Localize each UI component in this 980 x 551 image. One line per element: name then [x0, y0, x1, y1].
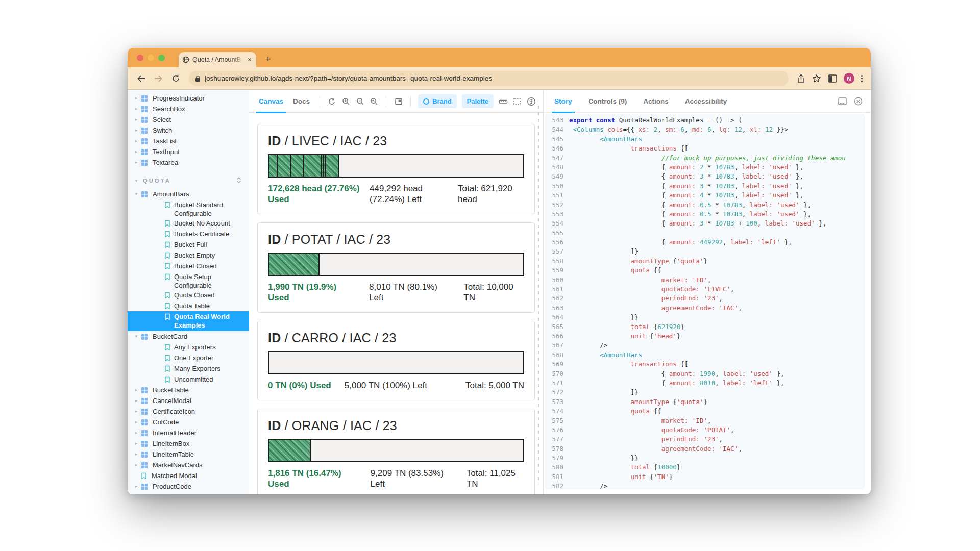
sidebar-component-marketnavcards[interactable]: ▸MarketNavCards	[128, 460, 249, 470]
caret-right-icon[interactable]: ▸	[133, 158, 140, 167]
sidebar-story-bucket-no-account[interactable]: Bucket No Account	[128, 218, 249, 229]
sidebar-component-textarea[interactable]: ▸Textarea	[128, 157, 249, 168]
caret-right-icon[interactable]: ▸	[133, 461, 140, 469]
sidebar-item-label: Select	[153, 115, 171, 124]
tab-close-icon[interactable]: ×	[247, 56, 253, 63]
outline-icon[interactable]	[512, 95, 522, 108]
zoom-window-button[interactable]	[158, 55, 165, 61]
sidebar-story-quota-closed[interactable]: Quota Closed	[128, 290, 249, 300]
sidebar-story-bucket-closed[interactable]: Bucket Closed	[128, 261, 249, 271]
sidebar-component-textinput[interactable]: ▸TextInput	[128, 146, 249, 157]
caret-right-icon[interactable]: ▸	[133, 429, 140, 437]
line-number: 553	[548, 210, 564, 219]
sidebar-component-productcode[interactable]: ▸ProductCode	[128, 481, 249, 492]
sidebar-story-quota-setup-configurable[interactable]: Quota Setup Configurable	[128, 271, 249, 290]
minimize-window-button[interactable]	[148, 55, 154, 61]
sidebar-section-header[interactable]: ▾QUOTA	[128, 176, 249, 186]
caret-right-icon[interactable]: ▸	[133, 482, 140, 491]
sidebar-story-quota-table[interactable]: Quota Table	[128, 300, 249, 311]
zoom-out-icon[interactable]	[355, 95, 365, 108]
sidebar-item-label: LineItemTable	[153, 450, 194, 459]
sidebar-component-switch[interactable]: ▸Switch	[128, 125, 249, 136]
sidebar-story-bucket-full[interactable]: Bucket Full	[128, 239, 249, 250]
sidebar-component-lineitembox[interactable]: ▸LineItemBox	[128, 438, 249, 449]
sidebar-panel-icon[interactable]	[828, 74, 837, 83]
caret-right-icon[interactable]: ▸	[133, 396, 140, 405]
addon-tab-accessibility[interactable]: Accessibility	[682, 90, 730, 113]
sidebar-component-select[interactable]: ▸Select	[128, 114, 249, 125]
sidebar-story-one-exporter[interactable]: One Exporter	[128, 353, 249, 363]
sidebar-component-internalheader[interactable]: ▸InternalHeader	[128, 428, 249, 438]
zoom-in-icon[interactable]	[341, 95, 351, 108]
caret-right-icon[interactable]: ▸	[133, 105, 140, 113]
addon-tab-actions[interactable]: Actions	[641, 90, 671, 113]
share-icon[interactable]	[797, 74, 805, 83]
bookmark-star-icon[interactable]	[812, 74, 821, 83]
caret-right-icon[interactable]: ▸	[133, 439, 140, 448]
forward-button[interactable]	[151, 71, 165, 86]
caret-right-icon[interactable]: ▸	[133, 407, 140, 416]
sidebar-story-any-exporters[interactable]: Any Exporters	[128, 342, 249, 353]
sidebar-component-searchbox[interactable]: ▸SearchBox	[128, 104, 249, 114]
browser-tab[interactable]: Quota / AmountBars - Quota Re ×	[179, 52, 256, 67]
address-bar[interactable]: joshuacrowley.github.io/agds-next/?path=…	[189, 71, 789, 86]
sidebar-component-amountbars[interactable]: ▾AmountBars	[128, 189, 249, 199]
collapse-expand-button[interactable]	[236, 177, 242, 184]
sidebar-component-certificateicon[interactable]: ▸CertificateIcon	[128, 406, 249, 417]
sidebar-story-buckets-certificate[interactable]: Buckets Certificate	[128, 229, 249, 239]
caret-right-icon[interactable]: ▸	[133, 418, 140, 427]
sidebar-item-label: Textarea	[153, 158, 178, 167]
caret-down-icon[interactable]: ▾	[133, 332, 140, 341]
sidebar-story-uncommitted[interactable]: Uncommitted	[128, 374, 249, 385]
tab-docs[interactable]: Docs	[290, 90, 312, 113]
close-window-button[interactable]	[137, 55, 143, 61]
component-icon	[141, 430, 148, 437]
sidebar-story-quota-real-world-examples[interactable]: Quota Real World Examples	[128, 311, 249, 331]
new-tab-button[interactable]: +	[262, 54, 274, 65]
caret-right-icon[interactable]: ▸	[133, 450, 140, 459]
caret-right-icon[interactable]: ▸	[133, 115, 140, 124]
toolbar-pill-palette[interactable]: Palette	[462, 94, 494, 108]
caret-down-icon[interactable]: ▾	[133, 190, 140, 198]
story-source-code: 543export const QuotaRealWorldExamples =…	[545, 114, 865, 489]
menu-kebab-icon[interactable]	[861, 75, 863, 82]
back-button[interactable]	[134, 71, 148, 86]
addon-tab-story[interactable]: Story	[552, 90, 575, 113]
caret-right-icon[interactable]: ▸	[133, 386, 140, 394]
caret-right-icon[interactable]: ▸	[133, 147, 140, 156]
tab-canvas[interactable]: Canvas	[256, 90, 286, 113]
sidebar-item-label: Quota Setup Configurable	[174, 272, 249, 290]
sidebar-story-many-exporters[interactable]: Many Exporters	[128, 363, 249, 374]
caret-right-icon[interactable]: ▸	[133, 137, 140, 145]
measure-icon[interactable]	[498, 95, 508, 108]
reload-button[interactable]	[168, 71, 183, 86]
component-icon	[141, 159, 148, 166]
addon-tab-controls-9-[interactable]: Controls (9)	[586, 90, 630, 113]
sidebar-item-label: Bucket No Account	[174, 219, 230, 228]
sidebar-story-bucket-standard-configurable[interactable]: Bucket Standard Configurable	[128, 199, 249, 218]
sidebar-component-buckettable[interactable]: ▸BucketTable	[128, 385, 249, 395]
line-number: 578	[548, 444, 564, 454]
sidebar-component-bucketcard[interactable]: ▾BucketCard	[128, 331, 249, 342]
sidebar-story-matched-modal[interactable]: Matched Modal	[128, 470, 249, 481]
close-panel-icon[interactable]	[854, 97, 863, 106]
caret-right-icon[interactable]: ▸	[133, 94, 140, 103]
sidebar-component-tasklist[interactable]: ▸TaskList	[128, 136, 249, 146]
caret-right-icon[interactable]: ▸	[133, 126, 140, 135]
sidebar-component-cancelmodal[interactable]: ▸CancelModal	[128, 395, 249, 406]
zoom-reset-icon[interactable]	[370, 95, 379, 108]
amount-bar	[268, 439, 524, 462]
toolbar-pill-brand[interactable]: Brand	[418, 94, 457, 108]
accessibility-vision-icon[interactable]	[526, 95, 536, 108]
panel-position-icon[interactable]	[838, 97, 847, 105]
remount-refresh-icon[interactable]	[327, 95, 337, 108]
profile-avatar[interactable]: N	[844, 73, 854, 84]
sidebar-component-lineitemtable[interactable]: ▸LineItemTable	[128, 449, 249, 460]
caret-right-icon[interactable]: ▸	[133, 493, 140, 494]
sidebar-component-cutcode[interactable]: ▸CutCode	[128, 417, 249, 428]
sidebar-item-label: BucketCard	[153, 332, 187, 341]
sidebar-component-quotacards[interactable]: ▸QuotaCards	[128, 492, 249, 494]
sidebar-story-bucket-empty[interactable]: Bucket Empty	[128, 250, 249, 261]
sidebar-component-progressindicator[interactable]: ▸ProgressIndicator	[128, 93, 249, 104]
change-background-icon[interactable]	[394, 95, 403, 108]
